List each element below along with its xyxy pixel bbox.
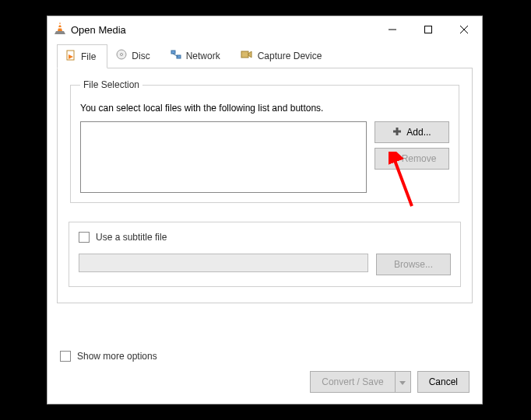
svg-rect-10: [171, 51, 175, 54]
window-title: Open Media: [71, 24, 126, 36]
vlc-icon: [54, 21, 66, 38]
svg-rect-6: [67, 51, 74, 60]
subtitle-path-input[interactable]: [79, 254, 368, 272]
file-list[interactable]: [80, 121, 367, 193]
disc-icon: [116, 49, 127, 62]
window-controls: [375, 18, 482, 41]
tabs: File Disc Network Capture Device: [47, 43, 482, 68]
show-more-checkbox[interactable]: [60, 351, 71, 362]
convert-save-button[interactable]: Convert / Save: [310, 371, 395, 393]
browse-button[interactable]: Browse...: [376, 254, 451, 275]
tab-label: Capture Device: [258, 51, 322, 61]
svg-rect-0: [58, 24, 62, 26]
svg-rect-3: [425, 26, 432, 33]
button-label: Browse...: [394, 259, 433, 270]
plus-icon: [392, 127, 402, 138]
tab-label: Network: [186, 51, 220, 61]
svg-rect-13: [241, 51, 248, 58]
button-label: Remove: [402, 153, 437, 164]
button-label: Cancel: [429, 376, 458, 387]
titlebar: Open Media: [47, 16, 482, 43]
help-text: You can select local files with the foll…: [80, 103, 449, 114]
subtitle-label: Use a subtitle file: [96, 232, 167, 243]
add-button[interactable]: Add...: [375, 121, 449, 143]
tab-label: Disc: [132, 51, 149, 61]
svg-marker-18: [399, 381, 406, 385]
group-title: File Selection: [80, 79, 142, 90]
tab-label: File: [81, 51, 96, 62]
footer: Show more options Convert / Save Ca: [47, 341, 482, 404]
svg-marker-14: [248, 51, 251, 58]
remove-button[interactable]: Remove: [375, 148, 449, 170]
show-more-label: Show more options: [77, 351, 157, 362]
capture-icon: [241, 49, 253, 62]
tab-capture[interactable]: Capture Device: [232, 44, 334, 68]
subtitle-section: Use a subtitle file Browse...: [69, 222, 461, 287]
svg-point-9: [121, 54, 123, 56]
maximize-button[interactable]: [410, 18, 446, 41]
convert-save-dropdown[interactable]: [396, 371, 411, 393]
close-button[interactable]: [446, 18, 482, 41]
button-label: Convert / Save: [322, 376, 383, 387]
button-label: Add...: [406, 127, 431, 138]
cancel-button[interactable]: Cancel: [417, 371, 469, 393]
open-media-window: Open Media File Disc: [47, 16, 483, 404]
tab-network[interactable]: Network: [162, 44, 232, 68]
file-selection-group: File Selection You can select local file…: [70, 79, 459, 203]
svg-rect-11: [177, 55, 181, 58]
tab-content: File Selection You can select local file…: [57, 68, 473, 303]
network-icon: [171, 49, 181, 62]
tab-disc[interactable]: Disc: [107, 44, 161, 68]
svg-rect-1: [58, 27, 62, 29]
minimize-button[interactable]: [375, 18, 410, 41]
tab-file[interactable]: File: [57, 44, 107, 68]
chevron-down-icon: [399, 375, 406, 389]
subtitle-checkbox[interactable]: [79, 232, 90, 243]
file-icon: [65, 50, 76, 63]
minus-icon: [388, 153, 397, 165]
